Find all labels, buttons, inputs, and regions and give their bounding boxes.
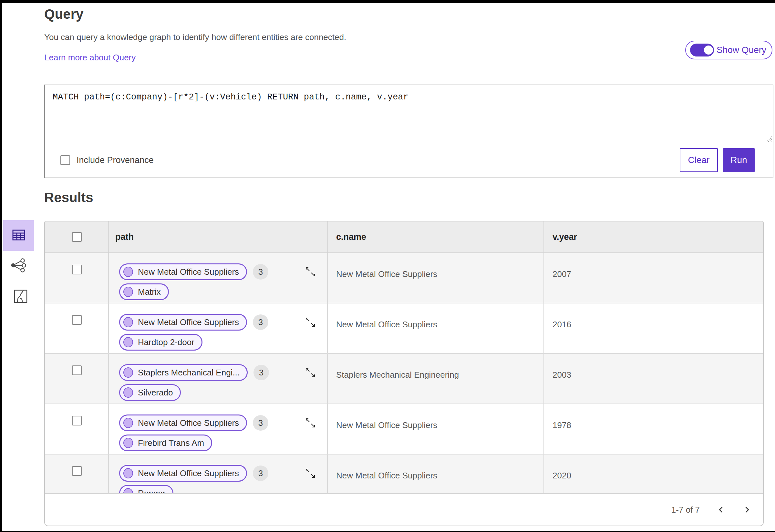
resize-grip-icon[interactable] [766,136,772,142]
c-name-cell: New Metal Office Suppliers [328,455,544,493]
path-cell: New Metal Office Suppliers 3 Firebird Tr… [109,404,328,454]
chart-view-button[interactable] [12,288,30,306]
table-view-icon [11,228,26,244]
row-select-cell [45,455,109,493]
v-year-cell: 2003 [544,354,763,404]
c-name-cell: New Metal Office Suppliers [328,404,544,454]
node-circle-icon [123,287,133,297]
path-cell: New Metal Office Suppliers 3 Ranger [109,455,328,493]
path-end-node-pill[interactable]: Matrix [119,283,169,300]
node-label: New Metal Office Suppliers [138,317,239,327]
select-all-cell [45,221,109,252]
row-checkbox[interactable] [72,466,82,476]
node-circle-icon [123,438,133,448]
window-edge-bottom [0,531,775,532]
column-header-v-year: v.year [553,232,577,242]
table-row: Staplers Mechanical Engi... 3 Silverado … [45,354,763,404]
select-all-checkbox[interactable] [72,232,82,242]
graph-view-button[interactable] [9,258,28,274]
page-title: Query [44,6,83,22]
node-label: Matrix [138,287,161,297]
row-select-cell [45,354,109,404]
include-provenance-label: Include Provenance [76,155,154,165]
page-description: You can query a knowledge graph to ident… [44,32,346,42]
node-label: Ranger [138,488,165,494]
path-end-node-pill[interactable]: Silverado [119,384,181,401]
pagination-range-label: 1-7 of 7 [671,505,700,515]
chart-view-icon [13,289,28,305]
expand-icon[interactable] [304,367,316,378]
row-checkbox[interactable] [72,416,82,425]
path-start-node-pill[interactable]: New Metal Office Suppliers [119,314,247,331]
row-select-cell [45,303,109,353]
expand-icon[interactable] [304,266,316,278]
path-cell: Staplers Mechanical Engi... 3 Silverado [109,354,328,404]
table-row: New Metal Office Suppliers 3 Firebird Tr… [45,404,763,455]
node-label: Silverado [138,388,173,398]
expand-icon[interactable] [304,467,316,479]
path-start-node-pill[interactable]: New Metal Office Suppliers [119,263,247,280]
path-count-badge: 3 [253,465,268,481]
node-label: Hardtop 2-door [138,337,194,347]
column-header-path: path [115,232,134,242]
row-checkbox[interactable] [72,265,82,274]
query-editor-panel: MATCH path=(c:Company)-[r*2]-(v:Vehicle)… [44,85,773,178]
expand-icon[interactable] [304,316,316,328]
graph-view-icon [11,258,27,274]
path-count-badge: 3 [253,264,268,280]
node-circle-icon [123,418,133,428]
table-view-button[interactable] [3,220,34,251]
node-label: New Metal Office Suppliers [138,468,239,478]
node-circle-icon [123,267,133,277]
v-year-cell: 2016 [544,303,763,353]
row-checkbox[interactable] [72,365,82,375]
node-circle-icon [123,468,133,478]
c-name-cell: Staplers Mechanical Engineering [328,354,544,404]
path-cell: New Metal Office Suppliers 3 Hardtop 2-d… [109,303,328,353]
results-heading: Results [44,190,93,205]
path-start-node-pill[interactable]: Staplers Mechanical Engi... [119,364,248,381]
path-count-badge: 3 [253,415,268,431]
results-table-panel: path c.name v.year New Metal Office Supp… [44,221,764,526]
table-row: New Metal Office Suppliers 3 Ranger New … [45,455,763,493]
path-end-node-pill[interactable]: Firebird Trans Am [119,435,212,451]
show-query-label: Show Query [717,45,766,55]
window-edge-top [0,0,775,3]
table-body: New Metal Office Suppliers 3 Matrix New … [45,253,763,493]
node-label: New Metal Office Suppliers [138,267,239,277]
path-start-node-pill[interactable]: New Metal Office Suppliers [119,465,247,482]
node-label: New Metal Office Suppliers [138,418,239,428]
table-row: New Metal Office Suppliers 3 Matrix New … [45,253,763,303]
show-query-toggle[interactable]: Show Query [685,41,772,59]
query-text-input[interactable]: MATCH path=(c:Company)-[r*2]-(v:Vehicle)… [45,85,773,143]
node-circle-icon [123,488,133,493]
node-circle-icon [123,387,133,398]
path-end-node-pill[interactable]: Ranger [119,485,173,493]
node-circle-icon [123,317,133,327]
row-checkbox[interactable] [72,315,82,325]
column-header-c-name: c.name [336,232,366,242]
table-footer: 1-7 of 7 [45,493,763,526]
toggle-switch-icon [690,44,714,56]
node-label: Firebird Trans Am [138,438,204,448]
path-end-node-pill[interactable]: Hardtop 2-door [119,334,202,351]
c-name-cell: New Metal Office Suppliers [328,303,544,353]
query-editor-footer: Include Provenance Clear Run [45,143,773,177]
clear-button[interactable]: Clear [680,148,718,172]
v-year-cell: 2020 [544,455,763,493]
table-row: New Metal Office Suppliers 3 Hardtop 2-d… [45,303,763,354]
path-cell: New Metal Office Suppliers 3 Matrix [109,253,328,303]
run-button[interactable]: Run [723,148,755,172]
node-label: Staplers Mechanical Engi... [138,368,240,378]
expand-icon[interactable] [304,417,316,429]
node-circle-icon [123,367,133,378]
table-header-row: path c.name v.year [45,221,763,253]
c-name-cell: New Metal Office Suppliers [328,253,544,303]
include-provenance-checkbox[interactable] [60,155,70,165]
chevron-left-icon[interactable] [714,503,728,517]
chevron-right-icon[interactable] [740,503,754,517]
v-year-cell: 2007 [544,253,763,303]
learn-more-link[interactable]: Learn more about Query [44,53,136,63]
node-circle-icon [123,337,133,347]
path-start-node-pill[interactable]: New Metal Office Suppliers [119,414,247,431]
